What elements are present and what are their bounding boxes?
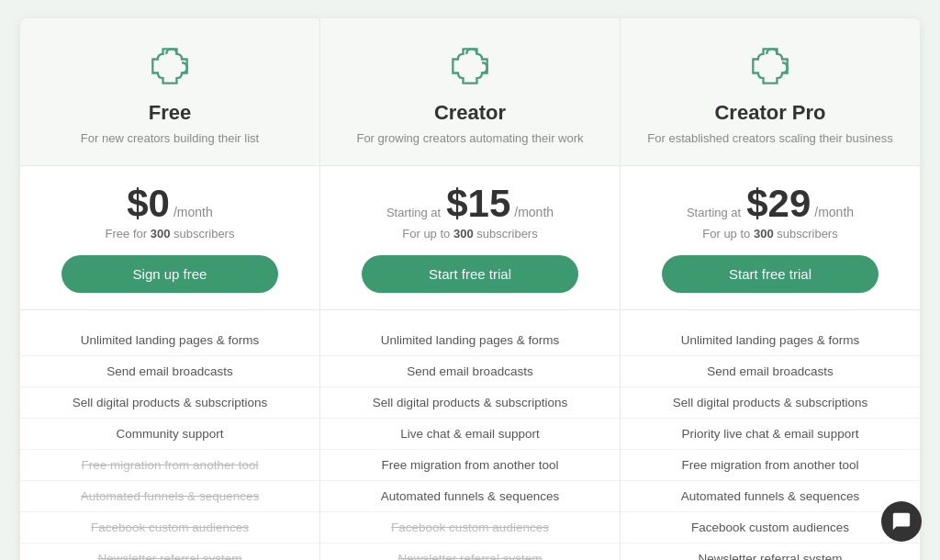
plan-description-creator: For growing creators automating their wo… xyxy=(356,130,583,147)
price-period-creator-pro: /month xyxy=(814,205,854,219)
puzzle-icon-creator xyxy=(444,40,496,92)
price-row-creator-pro: Starting at $29/month xyxy=(687,185,854,223)
chat-button[interactable] xyxy=(881,501,922,542)
plan-name-creator-pro: Creator Pro xyxy=(714,101,825,125)
feature-item: Automated funnels & sequences xyxy=(320,481,620,512)
feature-item: Unlimited landing pages & forms xyxy=(621,325,920,356)
feature-item: Automated funnels & sequences xyxy=(621,481,920,512)
puzzle-icon-creator-pro xyxy=(744,40,796,92)
plan-features-creator: Unlimited landing pages & formsSend emai… xyxy=(320,310,620,560)
price-starting-creator: Starting at xyxy=(386,206,441,219)
puzzle-icon-free xyxy=(144,40,196,92)
feature-item: Unlimited landing pages & forms xyxy=(20,325,319,356)
plan-pricing-creator: Starting at $15/monthFor up to 300 subsc… xyxy=(320,166,620,310)
price-starting-creator-pro: Starting at xyxy=(687,206,741,219)
price-sub-creator: For up to 300 subscribers xyxy=(402,227,537,241)
price-row-free: $0/month xyxy=(127,185,213,223)
plan-header-creator-pro: Creator ProFor established creators scal… xyxy=(621,18,920,166)
feature-item: Sell digital products & subscriptions xyxy=(320,387,620,419)
plan-pricing-creator-pro: Starting at $29/monthFor up to 300 subsc… xyxy=(621,166,920,310)
feature-item: Unlimited landing pages & forms xyxy=(320,325,620,356)
price-amount-creator: $15 xyxy=(446,185,510,223)
feature-item: Priority live chat & email support xyxy=(621,419,920,450)
feature-item: Facebook custom audiences xyxy=(320,512,620,543)
pricing-table: FreeFor new creators building their list… xyxy=(20,18,920,560)
plan-features-free: Unlimited landing pages & formsSend emai… xyxy=(20,310,319,560)
plan-header-free: FreeFor new creators building their list xyxy=(20,18,319,166)
feature-item: Sell digital products & subscriptions xyxy=(20,387,319,419)
plan-name-free: Free xyxy=(149,101,191,125)
feature-item: Free migration from another tool xyxy=(621,450,920,481)
feature-item: Newsletter referral system xyxy=(621,543,920,560)
feature-item: Newsletter referral system xyxy=(20,543,319,560)
feature-item: Send email broadcasts xyxy=(20,356,319,387)
plan-free: FreeFor new creators building their list… xyxy=(20,18,320,560)
plan-creator-pro: Creator ProFor established creators scal… xyxy=(621,18,920,560)
price-sub-creator-pro: For up to 300 subscribers xyxy=(702,227,837,241)
plan-description-creator-pro: For established creators scaling their b… xyxy=(647,130,892,147)
plan-features-creator-pro: Unlimited landing pages & formsSend emai… xyxy=(621,310,920,560)
feature-item: Automated funnels & sequences xyxy=(20,481,319,512)
feature-item: Live chat & email support xyxy=(320,419,620,450)
plan-pricing-free: $0/monthFree for 300 subscribersSign up … xyxy=(20,166,319,310)
plan-description-free: For new creators building their list xyxy=(81,130,259,147)
feature-item: Sell digital products & subscriptions xyxy=(621,387,920,419)
cta-button-free[interactable]: Sign up free xyxy=(62,255,277,293)
feature-item: Free migration from another tool xyxy=(20,450,319,481)
feature-item: Send email broadcasts xyxy=(320,356,620,387)
price-period-free: /month xyxy=(173,205,213,219)
price-period-creator: /month xyxy=(514,205,554,219)
plan-header-creator: CreatorFor growing creators automating t… xyxy=(320,18,620,166)
plan-name-creator: Creator xyxy=(434,101,506,125)
feature-item: Facebook custom audiences xyxy=(20,512,319,543)
price-amount-free: $0 xyxy=(127,185,170,223)
price-row-creator: Starting at $15/month xyxy=(386,185,554,223)
price-amount-creator-pro: $29 xyxy=(746,185,811,223)
feature-item: Community support xyxy=(20,419,319,450)
plan-creator: CreatorFor growing creators automating t… xyxy=(320,18,621,560)
feature-item: Facebook custom audiences xyxy=(621,512,920,543)
feature-item: Send email broadcasts xyxy=(621,356,920,387)
cta-button-creator-pro[interactable]: Start free trial xyxy=(662,255,878,293)
cta-button-creator[interactable]: Start free trial xyxy=(362,255,577,293)
feature-item: Free migration from another tool xyxy=(320,450,620,481)
price-sub-free: Free for 300 subscribers xyxy=(106,227,235,241)
feature-item: Newsletter referral system xyxy=(320,543,620,560)
